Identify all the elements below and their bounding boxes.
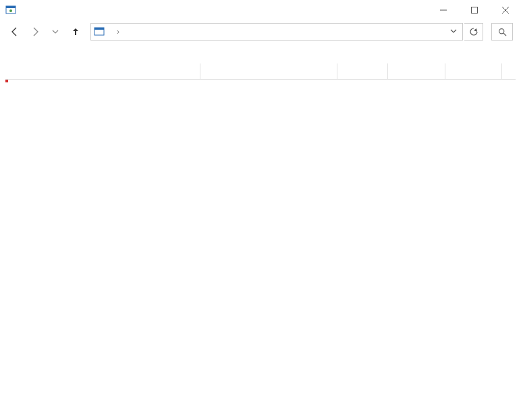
highlight-box <box>5 80 8 82</box>
content-area <box>0 43 521 82</box>
navigation-toolbar: › <box>0 20 521 43</box>
svg-rect-1 <box>6 6 16 8</box>
search-box[interactable] <box>491 23 513 41</box>
maximize-button[interactable] <box>459 0 490 20</box>
chevron-right-icon: › <box>117 27 119 36</box>
svg-point-9 <box>499 28 503 33</box>
close-button[interactable] <box>490 0 521 20</box>
nav-forward-button <box>26 23 45 41</box>
svg-rect-4 <box>472 7 478 14</box>
breadcrumb-troubleshooting[interactable] <box>110 30 115 33</box>
column-header-name[interactable] <box>5 63 200 79</box>
breadcrumb-all-categories[interactable] <box>121 30 126 33</box>
column-header-publisher[interactable] <box>445 63 502 79</box>
column-header-row <box>5 63 516 80</box>
title-bar <box>0 0 521 20</box>
address-bar[interactable]: › <box>90 23 463 41</box>
nav-back-button[interactable] <box>5 23 24 41</box>
page-heading <box>5 51 516 63</box>
svg-rect-8 <box>94 28 104 30</box>
column-header-category[interactable] <box>388 63 445 79</box>
column-header-description[interactable] <box>200 63 337 79</box>
nav-history-dropdown[interactable] <box>46 23 65 41</box>
refresh-button[interactable] <box>464 23 483 41</box>
address-history-dropdown[interactable] <box>447 27 460 36</box>
svg-point-2 <box>9 9 12 12</box>
minimize-button[interactable] <box>428 0 459 20</box>
column-header-location[interactable] <box>337 63 388 79</box>
control-panel-crumb-icon <box>94 26 105 37</box>
nav-up-button[interactable] <box>66 23 85 41</box>
control-panel-icon <box>5 5 16 16</box>
svg-line-10 <box>503 33 506 36</box>
troubleshooter-list <box>5 63 516 80</box>
